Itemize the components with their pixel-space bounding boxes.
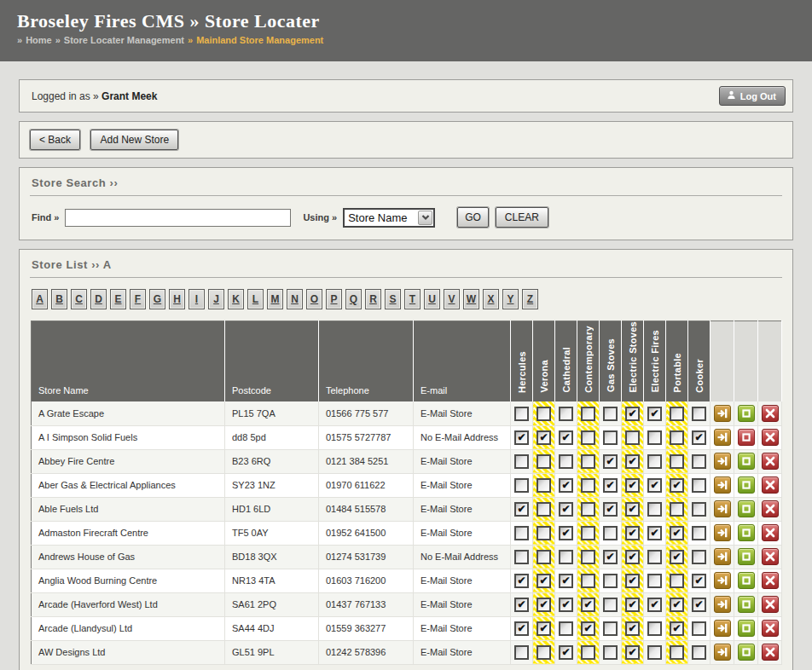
delete-store-icon[interactable] <box>762 453 779 470</box>
breadcrumb-link[interactable]: Mainland Store Management <box>196 35 323 45</box>
alphabet-letter-q[interactable]: Q <box>345 289 362 309</box>
product-checkbox[interactable] <box>536 526 551 540</box>
product-checkbox[interactable] <box>559 454 573 469</box>
product-checkbox[interactable] <box>670 502 684 517</box>
status-active-icon[interactable] <box>738 453 755 470</box>
product-checkbox[interactable] <box>647 430 662 445</box>
product-checkbox[interactable] <box>581 478 595 493</box>
alphabet-letter-t[interactable]: T <box>404 289 420 309</box>
product-checkbox[interactable]: ✔ <box>514 621 529 636</box>
product-checkbox[interactable] <box>514 550 529 564</box>
product-checkbox[interactable] <box>581 526 595 540</box>
product-checkbox[interactable] <box>670 574 684 588</box>
delete-store-icon[interactable] <box>762 644 779 661</box>
product-checkbox[interactable]: ✔ <box>625 621 640 636</box>
add-new-store-button[interactable]: Add New Store <box>90 130 178 150</box>
product-checkbox[interactable] <box>559 621 573 636</box>
email-store-link[interactable]: E-Mail Store <box>420 647 473 657</box>
product-checkbox[interactable] <box>581 550 595 564</box>
alphabet-letter-n[interactable]: N <box>287 289 303 309</box>
product-checkbox[interactable] <box>514 645 529 660</box>
product-checkbox[interactable] <box>692 550 706 564</box>
edit-store-icon[interactable] <box>714 548 731 565</box>
product-checkbox[interactable]: ✔ <box>514 502 529 517</box>
product-checkbox[interactable]: ✔ <box>692 574 706 588</box>
alphabet-letter-z[interactable]: Z <box>522 289 538 309</box>
product-checkbox[interactable]: ✔ <box>559 598 573 612</box>
product-checkbox[interactable] <box>692 645 706 660</box>
status-active-icon[interactable] <box>738 405 755 422</box>
product-checkbox[interactable] <box>670 645 684 660</box>
product-checkbox[interactable] <box>603 598 618 612</box>
alphabet-letter-l[interactable]: L <box>247 289 264 309</box>
product-checkbox[interactable]: ✔ <box>603 454 618 469</box>
product-checkbox[interactable] <box>603 574 618 588</box>
product-checkbox[interactable]: ✔ <box>536 598 551 612</box>
product-checkbox[interactable] <box>581 574 595 588</box>
product-checkbox[interactable]: ✔ <box>692 430 706 445</box>
product-checkbox[interactable] <box>536 645 551 660</box>
status-active-icon[interactable] <box>738 596 755 613</box>
product-checkbox[interactable] <box>514 478 529 493</box>
product-checkbox[interactable]: ✔ <box>625 550 640 564</box>
status-inactive-icon[interactable] <box>738 429 755 446</box>
email-store-link[interactable]: E-Mail Store <box>420 623 473 633</box>
product-checkbox[interactable] <box>647 621 662 636</box>
product-checkbox[interactable]: ✔ <box>514 430 529 445</box>
product-checkbox[interactable]: ✔ <box>625 598 640 612</box>
product-checkbox[interactable] <box>581 502 595 517</box>
product-checkbox[interactable]: ✔ <box>581 598 595 612</box>
product-checkbox[interactable]: ✔ <box>625 645 640 660</box>
product-checkbox[interactable]: ✔ <box>559 645 573 660</box>
alphabet-letter-b[interactable]: B <box>51 289 67 309</box>
email-store-link[interactable]: E-Mail Store <box>420 480 473 490</box>
alphabet-letter-h[interactable]: H <box>169 289 185 309</box>
status-active-icon[interactable] <box>738 477 755 494</box>
product-checkbox[interactable] <box>670 454 684 469</box>
edit-store-icon[interactable] <box>714 644 731 661</box>
alphabet-letter-s[interactable]: S <box>385 289 401 309</box>
status-active-icon[interactable] <box>738 524 755 541</box>
delete-store-icon[interactable] <box>762 620 779 637</box>
edit-store-icon[interactable] <box>714 477 731 494</box>
product-checkbox[interactable]: ✔ <box>670 550 684 564</box>
product-checkbox[interactable] <box>603 526 618 540</box>
product-checkbox[interactable]: ✔ <box>647 407 662 421</box>
edit-store-icon[interactable] <box>714 524 731 541</box>
product-checkbox[interactable] <box>581 430 595 445</box>
edit-store-icon[interactable] <box>714 596 731 613</box>
search-field-select[interactable]: Store Name <box>343 208 435 228</box>
product-checkbox[interactable] <box>536 550 551 564</box>
alphabet-letter-e[interactable]: E <box>110 289 126 309</box>
delete-store-icon[interactable] <box>762 548 779 565</box>
product-checkbox[interactable] <box>536 478 551 493</box>
product-checkbox[interactable]: ✔ <box>603 478 618 493</box>
product-checkbox[interactable]: ✔ <box>559 502 573 517</box>
product-checkbox[interactable] <box>514 454 529 469</box>
status-active-icon[interactable] <box>738 572 755 589</box>
alphabet-letter-x[interactable]: X <box>483 289 499 309</box>
product-checkbox[interactable] <box>536 502 551 517</box>
product-checkbox[interactable]: ✔ <box>670 598 684 612</box>
delete-store-icon[interactable] <box>762 477 779 494</box>
product-checkbox[interactable] <box>692 478 706 493</box>
product-checkbox[interactable]: ✔ <box>625 478 640 493</box>
product-checkbox[interactable]: ✔ <box>670 478 684 493</box>
alphabet-letter-y[interactable]: Y <box>502 289 519 309</box>
product-checkbox[interactable]: ✔ <box>625 526 640 540</box>
product-checkbox[interactable]: ✔ <box>692 598 706 612</box>
product-checkbox[interactable]: ✔ <box>670 621 684 636</box>
product-checkbox[interactable] <box>536 454 551 469</box>
alphabet-letter-v[interactable]: V <box>444 289 460 309</box>
product-checkbox[interactable] <box>647 502 662 517</box>
product-checkbox[interactable]: ✔ <box>514 598 529 612</box>
product-checkbox[interactable] <box>647 645 662 660</box>
delete-store-icon[interactable] <box>762 429 779 446</box>
alphabet-letter-p[interactable]: P <box>326 289 342 309</box>
delete-store-icon[interactable] <box>762 405 779 422</box>
product-checkbox[interactable]: ✔ <box>559 574 573 588</box>
alphabet-letter-f[interactable]: F <box>130 289 146 309</box>
product-checkbox[interactable]: ✔ <box>670 526 684 540</box>
alphabet-letter-k[interactable]: K <box>228 289 244 309</box>
product-checkbox[interactable] <box>647 454 662 469</box>
